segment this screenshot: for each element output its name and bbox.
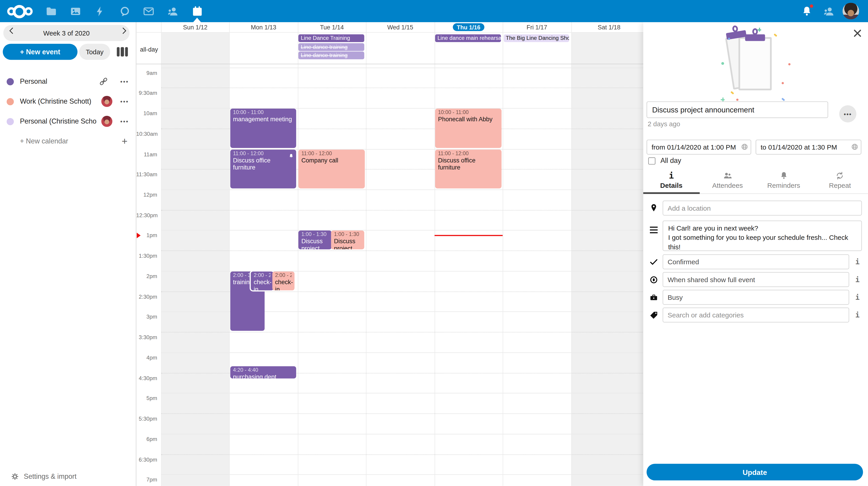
tab-details[interactable]: i Details	[643, 169, 700, 193]
day-header[interactable]: Fri 1/17	[503, 22, 571, 32]
notifications-bell-icon[interactable]	[800, 4, 813, 18]
plus-icon[interactable]	[119, 135, 131, 147]
day-header[interactable]: Wed 1/15	[366, 22, 434, 32]
event-chip[interactable]: 10:00 - 11:00management meeting	[230, 109, 296, 148]
status-info-icon[interactable]	[854, 257, 861, 267]
new-calendar-button[interactable]: + New calendar	[0, 131, 135, 151]
event-chip[interactable]: 11:00 - 12:00Discuss office furniture	[230, 149, 296, 189]
start-datetime-input[interactable]	[647, 140, 751, 154]
gridline	[161, 230, 647, 231]
event-chip[interactable]: 11:00 - 12:00Company call	[299, 149, 365, 189]
event-chip[interactable]: 10:00 - 11:00Phonecall with Abby	[435, 109, 501, 148]
time-label: 12pm	[136, 192, 157, 198]
contacts-menu-icon[interactable]	[822, 4, 835, 18]
talk-icon[interactable]	[118, 4, 131, 18]
time-label: 11:30am	[136, 171, 157, 178]
event-actions-menu-icon[interactable]	[839, 105, 857, 122]
all-day-event[interactable]: Line dance training	[299, 52, 364, 59]
gridline	[161, 434, 647, 434]
event-chip[interactable]: 2:00 - 2:30check-in	[251, 271, 274, 290]
location-input[interactable]	[662, 201, 862, 216]
event-time: 11:00 - 12:00	[438, 150, 499, 156]
tab-repeat[interactable]: Repeat	[812, 169, 868, 193]
event-chip[interactable]: 1:00 - 1:30Discuss project	[331, 231, 364, 250]
status-check-icon	[649, 257, 659, 267]
shared-by-avatar	[101, 96, 112, 107]
previous-week-button[interactable]	[6, 26, 16, 35]
all-day-event[interactable]: The Big Line Dancing Show	[504, 34, 569, 42]
event-editor-panel: 2 days ago All day i Details Attendees	[643, 22, 868, 486]
view-toggle-icon[interactable]	[117, 47, 128, 57]
time-label: 9am	[136, 70, 157, 76]
day-header[interactable]: Sun 1/12	[161, 22, 229, 32]
activity-icon[interactable]	[93, 4, 106, 18]
user-avatar[interactable]	[842, 3, 859, 19]
time-grid[interactable]: 9am9:30am10am10:30am11am11:30am12pm12:30…	[136, 64, 647, 486]
all-day-event[interactable]: Line dance training	[299, 43, 364, 51]
calendar-actions-icon[interactable]	[119, 96, 131, 106]
visibility-select[interactable]: When shared show full event	[662, 272, 849, 287]
new-event-button[interactable]: + New event	[3, 44, 78, 60]
share-link-icon[interactable]	[98, 77, 108, 86]
categories-input[interactable]	[662, 308, 849, 322]
gridline	[161, 251, 647, 251]
today-button[interactable]: Today	[79, 44, 110, 60]
day-header-row: Sun 1/12Mon 1/13Tue 1/14Wed 1/15Thu 1/16…	[136, 22, 647, 32]
gridline	[161, 210, 647, 210]
calendar-icon[interactable]	[190, 4, 204, 18]
time-label: 5pm	[136, 395, 157, 402]
categories-info-icon[interactable]	[854, 310, 861, 320]
notification-dot	[809, 3, 814, 9]
bell-icon	[779, 171, 788, 180]
settings-import-button[interactable]: Settings & import	[0, 470, 135, 483]
event-chip[interactable]: 11:00 - 12:00Discuss office furniture	[435, 149, 501, 189]
time-label: 2pm	[136, 273, 157, 280]
availability-select[interactable]: Busy	[662, 290, 849, 305]
event-time: 10:00 - 11:00	[233, 109, 293, 116]
end-datetime-input[interactable]	[756, 140, 862, 154]
event-title: Discuss office furniture	[233, 156, 293, 171]
all-day-row: all-day Line Dance TrainingLine dance tr…	[136, 32, 647, 64]
gear-icon	[11, 473, 19, 480]
week-selector[interactable]: Week 3 of 2020	[3, 25, 129, 41]
nextcloud-logo[interactable]	[7, 5, 33, 18]
event-time: 2:00 - 2:30	[275, 272, 291, 279]
day-header[interactable]: Mon 1/13	[229, 22, 298, 32]
contacts-icon[interactable]	[166, 4, 180, 18]
event-chip[interactable]: 1:00 - 1:30Discuss project announcement	[299, 231, 331, 250]
day-header[interactable]: Tue 1/14	[298, 22, 366, 32]
visibility-info-icon[interactable]	[854, 275, 861, 285]
status-select[interactable]: Confirmed	[662, 254, 849, 269]
calendar-item-personal-shared[interactable]: Personal (Christine Scho…	[0, 111, 135, 131]
info-icon: i	[669, 171, 674, 180]
files-icon[interactable]	[44, 4, 58, 18]
tab-attendees[interactable]: Attendees	[700, 169, 756, 193]
location-pin-icon	[649, 203, 659, 213]
tab-reminders[interactable]: Reminders	[756, 169, 812, 193]
repeat-icon	[835, 171, 844, 180]
calendar-actions-icon[interactable]	[119, 77, 131, 86]
all-day-event[interactable]: Line Dance Training	[299, 34, 364, 42]
event-chip[interactable]: 2:00 - 2:30check-in	[272, 271, 294, 290]
timezone-globe-icon	[741, 143, 748, 151]
event-title: check-in	[275, 279, 291, 290]
all-day-event[interactable]: Line dance main rehearsal	[435, 34, 501, 42]
mail-icon[interactable]	[142, 4, 155, 18]
calendar-item-work[interactable]: Work (Christine Schott)	[0, 91, 135, 111]
calendar-actions-icon[interactable]	[119, 116, 131, 126]
week-label: Week 3 of 2020	[43, 29, 90, 37]
all-day-checkbox[interactable]	[648, 158, 655, 165]
description-input[interactable]: Hi Carl! are you in next week? I got som…	[662, 221, 862, 251]
event-title-input[interactable]	[647, 102, 828, 118]
update-button[interactable]: Update	[647, 464, 863, 480]
day-header[interactable]: Sat 1/18	[571, 22, 647, 32]
time-label: 7pm	[136, 477, 157, 483]
time-label: 6:30pm	[136, 456, 157, 463]
event-chip[interactable]: 4:20 - 4:40purchasing dept	[230, 367, 296, 378]
day-header[interactable]: Thu 1/16	[434, 22, 503, 32]
all-day-checkbox-label[interactable]: All day	[660, 157, 681, 165]
photos-icon[interactable]	[69, 4, 82, 18]
next-week-button[interactable]	[120, 26, 128, 35]
calendar-item-personal[interactable]: Personal	[0, 72, 135, 91]
availability-info-icon[interactable]	[854, 292, 861, 303]
